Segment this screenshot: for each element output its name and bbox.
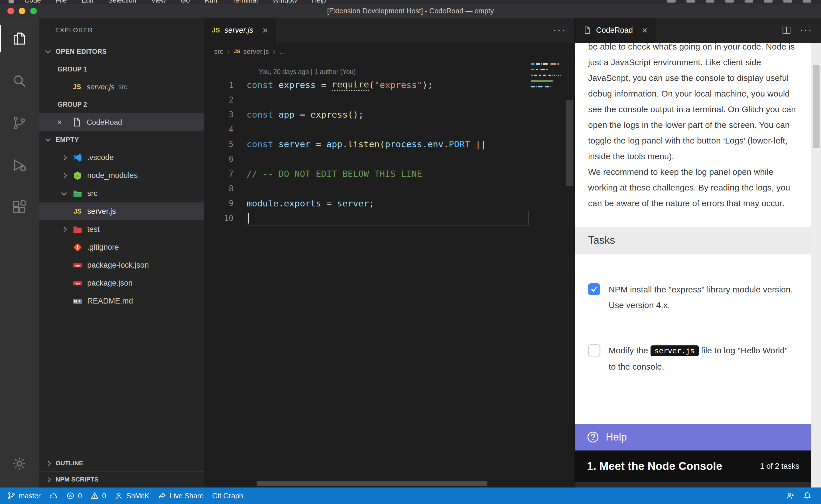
help-button[interactable]: Help — [575, 424, 811, 450]
tree-item-vscode[interactable]: .vscode — [39, 149, 204, 167]
code-line-10[interactable]: 10 — [204, 211, 574, 226]
line-content — [247, 181, 529, 196]
line-content: const express = require("express"); — [247, 77, 529, 92]
workspace-root-header[interactable]: EMPTY — [39, 131, 204, 149]
code-line-8[interactable]: 8 — [204, 181, 574, 196]
scrollbar-thumb[interactable] — [813, 65, 820, 148]
breadcrumb-item-src[interactable]: src — [214, 48, 223, 56]
menu-selection[interactable]: Selection — [108, 0, 136, 4]
open-editor-server-js[interactable]: JSserver.jssrc — [39, 78, 204, 96]
code-line-3[interactable]: 3const app = express(); — [204, 107, 574, 122]
code-line-2[interactable]: 2 — [204, 92, 574, 107]
tree-item-package-json[interactable]: npmpackage.json — [39, 274, 204, 292]
menu-window[interactable]: Window — [273, 0, 297, 4]
run-debug-icon[interactable] — [0, 144, 39, 186]
close-editor-icon[interactable]: × — [57, 117, 70, 127]
breadcrumb-item-server-js[interactable]: JSserver.js — [234, 48, 269, 56]
menu-go[interactable]: Go — [181, 0, 190, 4]
search-icon[interactable] — [0, 60, 39, 102]
statusbar-live-share[interactable]: Live Share — [154, 487, 208, 504]
task-item-1: NPM install the "express" library module… — [588, 282, 798, 313]
menu-code[interactable]: Code — [24, 0, 41, 4]
statusbar-problems-warnings[interactable]: 0 — [86, 487, 110, 504]
explorer-icon[interactable] — [0, 18, 39, 60]
statusbar-notifications[interactable] — [799, 487, 816, 504]
window-title: [Extension Development Host] - CodeRoad … — [327, 7, 494, 15]
code-line-9[interactable]: 9module.exports = server; — [204, 196, 574, 211]
code-line-6[interactable]: 6 — [204, 151, 574, 166]
source-control-icon[interactable] — [0, 102, 39, 144]
minimap-token — [539, 69, 539, 70]
zoom-window-button[interactable] — [30, 8, 37, 14]
codelens-annotation[interactable]: You, 20 days ago | 1 author (You) — [204, 60, 574, 77]
macos-menu-bar: CodeFileEditSelectionViewGoRunTerminalWi… — [0, 0, 821, 4]
coderoad-actions: ··· — [782, 18, 821, 43]
section-outline[interactable]: OUTLINE — [39, 455, 204, 471]
tree-item-test[interactable]: test — [39, 220, 204, 238]
settings-gear-icon[interactable] — [0, 442, 39, 485]
open-editors-header[interactable]: OPEN EDITORS — [39, 43, 204, 60]
statusbar-publish-changes[interactable] — [45, 487, 62, 504]
task-checkbox[interactable] — [588, 344, 600, 356]
tree-item-node-modules[interactable]: JSnode_modules — [39, 167, 204, 185]
statusbar-live-share-contacts[interactable] — [782, 487, 799, 504]
statusbar-problems-errors[interactable]: 0 — [62, 487, 86, 504]
task-checkbox[interactable] — [588, 283, 600, 295]
chevron-right-icon — [57, 228, 71, 231]
apple-menu-icon[interactable] — [9, 0, 14, 3]
tree-item-server-js[interactable]: JSserver.js — [39, 202, 204, 220]
tree-item-src[interactable]: src — [39, 185, 204, 202]
minimize-window-button[interactable] — [19, 8, 25, 14]
chevron-right-icon — [45, 477, 50, 482]
menu-edit[interactable]: Edit — [81, 0, 93, 4]
tree-item-package-lock-json[interactable]: npmpackage-lock.json — [39, 256, 204, 274]
svg-text:npm: npm — [75, 264, 81, 267]
code-editor[interactable]: You, 20 days ago | 1 author (You) 1const… — [204, 60, 574, 487]
code-line-7[interactable]: 7// -- DO NOT EDIT BELOW THIS LINE — [204, 166, 574, 181]
editor-vertical-scrollbar[interactable] — [566, 100, 573, 186]
breadcrumb-item-[interactable]: … — [279, 48, 286, 56]
menu-view[interactable]: View — [151, 0, 166, 4]
code-line-5[interactable]: 5const server = app.listen(process.env.P… — [204, 137, 574, 151]
tree-item-gitignore[interactable]: .gitignore — [39, 238, 204, 256]
statusbar-label: 0 — [78, 492, 82, 500]
tab-coderoad[interactable]: CodeRoad × — [575, 18, 656, 43]
statusbar-git-graph[interactable]: Git Graph — [208, 487, 247, 504]
tab-server-js[interactable]: JS server.js × — [204, 18, 276, 43]
menu-terminal[interactable]: Terminal — [232, 0, 258, 4]
tree-item-readme-md[interactable]: README.md — [39, 292, 204, 310]
webview-scrollbar[interactable] — [811, 43, 821, 487]
md-icon — [71, 295, 84, 307]
section-npm-scripts[interactable]: NPM SCRIPTS — [39, 471, 204, 487]
minimap[interactable] — [531, 63, 561, 92]
question-circle-icon — [586, 431, 599, 444]
menu-file[interactable]: File — [56, 0, 67, 4]
code-token: "express" — [374, 80, 422, 90]
menu-run[interactable]: Run — [205, 0, 217, 4]
minimap-token — [531, 80, 553, 82]
warning-icon — [90, 491, 99, 500]
line-number: 6 — [204, 154, 247, 164]
coderoad-tab-bar: CodeRoad × ··· — [575, 18, 821, 43]
task-text-fragment: Modify the — [608, 346, 651, 355]
code-token: // -- DO NOT EDIT BELOW THIS LINE — [247, 169, 422, 179]
code-line-1[interactable]: 1const express = require("express"); — [204, 77, 574, 92]
statusbar-coderoad-user[interactable]: ShMcK — [110, 487, 154, 504]
split-editor-icon[interactable] — [782, 26, 791, 35]
window-title-bar[interactable]: [Extension Development Host] - CodeRoad … — [0, 4, 821, 18]
statusbar-label: master — [19, 492, 40, 500]
close-window-button[interactable] — [7, 8, 14, 14]
editor-horizontal-scrollbar[interactable] — [257, 481, 487, 486]
open-editor-coderoad[interactable]: ×CodeRoad — [39, 113, 204, 131]
close-tab-icon[interactable]: × — [262, 25, 268, 35]
menu-help[interactable]: Help — [312, 0, 326, 4]
line-content — [247, 122, 529, 137]
extensions-icon[interactable] — [0, 186, 39, 228]
more-actions-icon[interactable]: ··· — [800, 25, 812, 35]
code-line-4[interactable]: 4 — [204, 122, 574, 137]
tree-item-label: package-lock.json — [87, 261, 149, 270]
close-tab-icon[interactable]: × — [642, 25, 648, 35]
code-token: app — [279, 109, 295, 120]
more-actions-icon[interactable]: ··· — [553, 25, 566, 35]
statusbar-git-branch[interactable]: master — [3, 487, 45, 504]
